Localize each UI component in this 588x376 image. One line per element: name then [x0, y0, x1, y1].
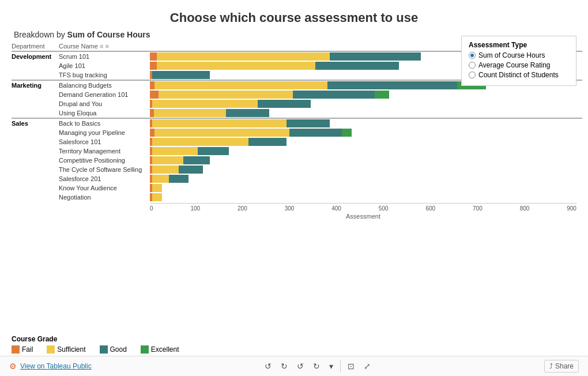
toolbar-center: ↺ ↻ ↺ ↻ ▾ ⊡ ⤢ [262, 360, 373, 372]
bar-segment-fail [150, 52, 157, 61]
dept-cell [12, 137, 59, 146]
x-tick-2: 200 [238, 205, 247, 212]
tableau-icon: ⚙ [9, 362, 17, 371]
radio-option-2[interactable]: Count Distinct of Students [469, 71, 569, 79]
assessment-legend: Assessment Type Sum of Course HoursAvera… [461, 36, 576, 86]
bar-segment-good [248, 138, 287, 146]
x-tick-4: 400 [331, 205, 341, 212]
radio-label-2: Count Distinct of Students [478, 71, 559, 79]
course-cell: Using Eloqua [59, 108, 150, 118]
bar-row [150, 193, 582, 201]
dept-cell [12, 108, 59, 118]
bar-segment-sufficient [152, 100, 258, 108]
bar-row [150, 184, 582, 192]
fullscreen-button[interactable]: ⤢ [361, 360, 373, 372]
course-cell: Agile 101 [59, 61, 150, 70]
radio-circle-0 [469, 52, 476, 59]
dept-cell: Sales [12, 118, 59, 128]
x-tick-9: 900 [567, 205, 576, 212]
bar-segment-good [258, 100, 311, 108]
redo-button[interactable]: ↻ [278, 360, 290, 372]
undo-button[interactable]: ↺ [262, 360, 274, 372]
bar-segment-good [327, 81, 457, 89]
table-row: Negotiation [12, 193, 582, 202]
bar-segment-sufficient [154, 81, 327, 89]
bar-row [150, 147, 582, 155]
main-container: Choose which course assessment to use Br… [0, 0, 588, 376]
bar-segment-good [289, 129, 342, 137]
table-row: Managing your Pipeline [12, 128, 582, 137]
bar-cell [150, 156, 582, 165]
bar-segment-good [293, 91, 375, 99]
grade-swatch-2 [100, 345, 108, 354]
bar-segment-sufficient [159, 91, 293, 99]
bar-segment-sufficient [154, 109, 226, 117]
toolbar-divider [340, 360, 341, 372]
course-grade-section: Course Grade FailSufficientGoodExcellent [0, 332, 588, 356]
content-area: Breakdown by Sum of Course Hours Departm… [0, 30, 588, 332]
dept-cell [12, 165, 59, 174]
grade-label-0: Fail [22, 345, 33, 354]
table-row: Demand Generation 101 [12, 90, 582, 99]
toolbar-right: ⤴ Share [544, 360, 579, 373]
view-on-tableau[interactable]: View on Tableau Public [20, 362, 92, 370]
radio-option-0[interactable]: Sum of Course Hours [469, 51, 569, 59]
bar-segment-good [287, 119, 330, 127]
course-cell: Territory Management [59, 146, 150, 156]
dept-cell [12, 70, 59, 80]
bar-segment-sufficient [152, 156, 183, 164]
radio-circle-2 [469, 72, 476, 78]
bar-cell [150, 193, 582, 202]
bar-segment-good [330, 52, 421, 61]
course-cell: Salesforce 201 [59, 174, 150, 183]
grade-item-3: Excellent [141, 345, 179, 354]
dept-cell [12, 61, 59, 70]
radio-option-1[interactable]: Average Course Rating [469, 61, 569, 69]
x-tick-0: 0 [150, 205, 153, 212]
bar-segment-excellent [375, 91, 389, 99]
share-button[interactable]: ⤴ Share [544, 360, 579, 373]
course-cell: The Cycle of Software Selling [59, 165, 150, 174]
bar-segment-good [226, 109, 269, 117]
grade-label-2: Good [110, 345, 127, 354]
grade-item-0: Fail [12, 345, 33, 354]
dept-cell [12, 128, 59, 137]
bar-segment-fail [150, 81, 154, 89]
table-row: SalesBack to Basics [12, 118, 582, 128]
forward-button[interactable]: ↻ [311, 360, 322, 372]
dept-cell [12, 174, 59, 183]
bottom-toolbar: ⚙ View on Tableau Public ↺ ↻ ↺ ↻ ▾ ⊡ ⤢ ⤴… [0, 356, 588, 376]
grade-item-1: Sufficient [47, 345, 85, 354]
bar-row [150, 100, 582, 108]
x-tick-6: 600 [425, 205, 435, 212]
back-button[interactable]: ↺ [295, 360, 306, 372]
x-tick-5: 500 [379, 205, 389, 212]
grade-legend-items: FailSufficientGoodExcellent [12, 345, 576, 354]
x-tick-1: 100 [190, 205, 200, 212]
course-cell: Competitive Positioning [59, 156, 150, 165]
bar-segment-fail [150, 91, 159, 99]
bar-cell [150, 183, 582, 193]
device-button[interactable]: ⊡ [345, 360, 357, 372]
course-cell: TFS bug tracking [59, 70, 150, 80]
bar-cell [150, 90, 582, 99]
course-cell: Drupal and You [59, 99, 150, 108]
course-cell: Balancing Budgets [59, 80, 150, 90]
bar-cell [150, 108, 582, 118]
bar-segment-sufficient [152, 184, 162, 192]
grade-swatch-1 [47, 345, 55, 354]
dept-cell [12, 146, 59, 156]
bar-segment-good [169, 175, 188, 183]
radio-label-0: Sum of Course Hours [478, 51, 545, 59]
bar-segment-sufficient [152, 193, 162, 201]
table-row: Competitive Positioning [12, 156, 582, 165]
bar-row [150, 138, 582, 146]
dropdown-button[interactable]: ▾ [327, 360, 336, 372]
table-row: Territory Management [12, 146, 582, 156]
bar-segment-sufficient [152, 166, 179, 174]
bar-row [150, 91, 582, 99]
bar-cell [150, 146, 582, 156]
x-tick-8: 800 [520, 205, 530, 212]
bar-segment-good [152, 71, 210, 79]
course-cell: Managing your Pipeline [59, 128, 150, 137]
